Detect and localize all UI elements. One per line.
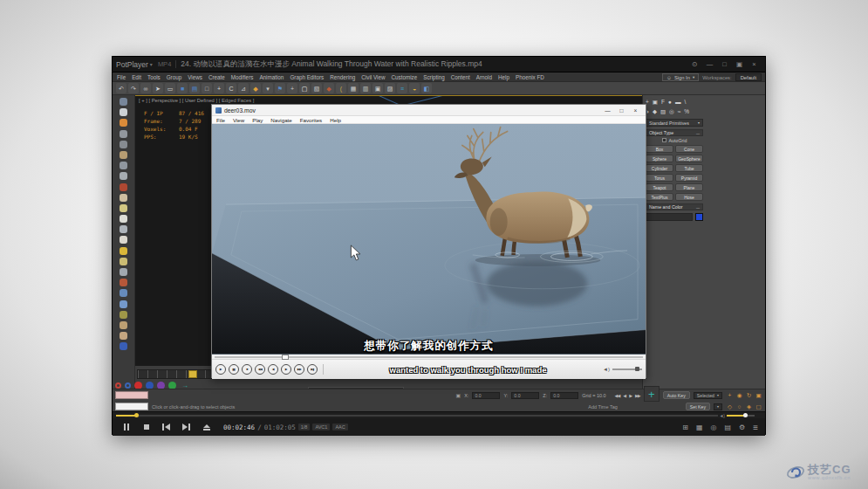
z-coordinate-field[interactable]: 0.0 — [550, 392, 578, 399]
max-toolbar-icon[interactable]: ▧ — [311, 83, 322, 93]
primitive-button[interactable]: TextPlus — [646, 193, 673, 201]
create-category-icon[interactable]: ◆ — [653, 108, 657, 115]
max-toolbar-icon[interactable]: ▤ — [189, 83, 200, 93]
close-icon[interactable]: × — [747, 58, 762, 72]
max-toolbar-icon[interactable]: ▢ — [299, 83, 310, 93]
primitive-button[interactable]: GeoSphere — [675, 155, 703, 162]
maxscript-listener-input[interactable] — [115, 403, 148, 410]
mpc-transport-button[interactable]: ▶▶ — [294, 364, 304, 375]
animation-transport-button[interactable]: ▶ — [629, 393, 632, 398]
max-menu-item[interactable]: Civil View — [361, 74, 385, 80]
minimize-icon[interactable]: — — [601, 106, 614, 115]
panel-tab-icon[interactable]: ● — [668, 99, 672, 105]
previous-button[interactable] — [156, 418, 176, 436]
max-toolbar-icon[interactable]: ▣ — [372, 83, 383, 93]
workspaces-dropdown[interactable]: Default — [735, 73, 762, 81]
max-menu-item[interactable]: Arnold — [476, 74, 492, 80]
potplayer-titlebar[interactable]: PotPlayer ▾ MP4 24. 动物以逼真的涟漪在水中漫步 Animal… — [113, 57, 765, 72]
shelf-tool-icon[interactable] — [120, 236, 127, 244]
viewport-nav-icon[interactable]: + — [726, 392, 734, 399]
selection-lock-icon[interactable]: ▣ — [456, 392, 461, 398]
shelf-tool-icon[interactable] — [120, 311, 127, 319]
max-toolbar-icon[interactable]: ▥ — [360, 83, 371, 93]
max-menu-item[interactable]: Modifiers — [231, 74, 254, 80]
potplayer-app-menu[interactable]: PotPlayer — [116, 60, 148, 69]
volume-thumb[interactable] — [635, 367, 639, 371]
mpc-menu-item[interactable]: View — [233, 117, 244, 123]
y-coordinate-field[interactable]: 0.0 — [511, 392, 539, 399]
mpc-menu-item[interactable]: Favorites — [300, 117, 322, 123]
time-slider-handle[interactable] — [188, 370, 197, 378]
create-category-icon[interactable]: ≈ — [678, 108, 681, 114]
potplayer-seekbar[interactable]: ◄) — [113, 411, 765, 418]
max-toolbar-icon[interactable]: ↶ — [116, 83, 126, 93]
mpc-transport-button[interactable]: ▮▮ — [229, 364, 239, 375]
max-toolbar-icon[interactable]: + — [287, 83, 297, 93]
max-toolbar-icon[interactable]: ▭ — [165, 83, 175, 93]
device-icon[interactable]: ▤ — [724, 424, 731, 431]
pause-button[interactable] — [116, 418, 136, 436]
key-filters-dropdown[interactable]: ▾ — [714, 403, 722, 410]
next-button[interactable] — [176, 418, 196, 436]
primitive-button[interactable]: Box — [646, 145, 673, 153]
pin-on-top-icon[interactable]: ⊙ — [687, 58, 702, 72]
restore-icon[interactable]: ▣ — [732, 58, 747, 72]
shelf-tool-icon[interactable] — [120, 300, 127, 308]
add-time-tag[interactable]: Add Time Tag — [588, 404, 618, 410]
shelf-tool-icon[interactable] — [120, 151, 127, 159]
macro-ring-icon[interactable] — [115, 382, 121, 389]
viewport-nav-icon[interactable]: ▢ — [755, 403, 762, 410]
max-menu-item[interactable]: Views — [188, 74, 202, 80]
capture-icon[interactable]: ⊞ — [682, 424, 688, 431]
viewport-nav-icon[interactable]: ↻ — [745, 392, 753, 399]
shelf-tool-icon[interactable] — [120, 321, 127, 329]
max-toolbar-icon[interactable]: ( — [336, 83, 346, 93]
maximize-icon[interactable]: □ — [615, 106, 628, 115]
max-menu-item[interactable]: Help — [498, 74, 509, 80]
mpc-transport-button[interactable]: ▶ — [215, 364, 226, 375]
viewport-nav-icon[interactable]: ▣ — [755, 392, 762, 399]
maxscript-listener-output[interactable] — [115, 391, 148, 399]
maximize-icon[interactable]: □ — [717, 58, 732, 72]
shelf-tool-icon[interactable] — [120, 279, 127, 286]
shelf-tool-icon[interactable] — [120, 332, 127, 340]
panel-tab-icon[interactable]: F — [661, 99, 665, 105]
video-frame[interactable]: FileEditToolsGroupViewsCreateModifiersAn… — [113, 72, 765, 411]
primitive-button[interactable]: Hose — [675, 193, 703, 201]
mpc-transport-button[interactable]: ◀ — [268, 364, 278, 375]
object-type-rollout[interactable]: Object Type — — [646, 129, 703, 136]
auto-key-button[interactable]: Auto Key — [663, 391, 690, 399]
volume-handle[interactable] — [743, 413, 748, 417]
max-toolbar-icon[interactable]: ◆ — [250, 83, 261, 93]
panel-tab-icon[interactable]: ▬ — [675, 99, 681, 105]
max-menu-item[interactable]: Phoenix FD — [516, 74, 544, 80]
max-toolbar-icon[interactable]: ◒ — [409, 83, 420, 93]
primitive-button[interactable]: Sphere — [646, 155, 673, 162]
max-menu-item[interactable]: Rendering — [330, 74, 355, 80]
shelf-tool-icon[interactable] — [120, 108, 127, 116]
mpc-titlebar[interactable]: deer03.mov — □ × — [212, 105, 646, 116]
max-menu-item[interactable]: Scripting — [423, 74, 445, 80]
shelf-tool-icon[interactable] — [120, 258, 127, 265]
animation-transport-button[interactable]: ◀◀ — [615, 393, 620, 398]
viewport-label[interactable]: [ + ] [ Perspective ] [ User Defined ] [… — [139, 98, 254, 103]
panel-tab-icon[interactable]: \ — [684, 99, 686, 105]
viewport-nav-icon[interactable]: ◉ — [735, 392, 743, 399]
sign-in-button[interactable]: ☺ Sign In ▾ — [662, 73, 699, 81]
max-toolbar-icon[interactable]: ≡ — [397, 83, 407, 93]
playlist-menu-icon[interactable]: ≡ — [753, 423, 758, 432]
object-name-field[interactable] — [646, 213, 693, 221]
primitive-category-dropdown[interactable]: Standard Primitives ▾ — [646, 119, 703, 127]
create-key-button[interactable]: + — [644, 386, 660, 402]
mpc-menu-item[interactable]: Play — [252, 117, 263, 123]
shelf-tool-icon[interactable] — [120, 342, 127, 350]
primitive-button[interactable]: Cone — [675, 145, 703, 153]
autogrid-checkbox[interactable] — [662, 138, 666, 142]
shelf-tool-icon[interactable] — [120, 119, 127, 127]
close-icon[interactable]: × — [629, 106, 642, 115]
shelf-tool-icon[interactable] — [120, 130, 127, 138]
viewport-nav-icon[interactable]: ◈ — [745, 403, 753, 410]
create-category-icon[interactable]: ◎ — [669, 108, 674, 115]
max-toolbar-icon[interactable]: C — [226, 83, 236, 93]
mpc-transport-button[interactable]: ■ — [242, 364, 252, 375]
